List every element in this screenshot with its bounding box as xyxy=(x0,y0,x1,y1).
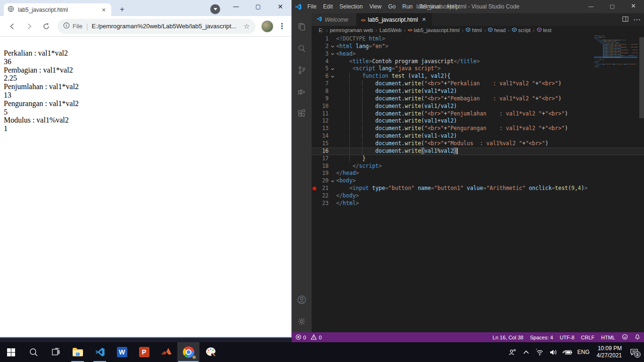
breakpoint-gutter[interactable] xyxy=(312,148,317,155)
code-line[interactable]: 18 </script> xyxy=(312,163,644,170)
tab-search-button[interactable] xyxy=(210,4,220,14)
fold-chevron-icon[interactable] xyxy=(329,163,336,170)
fold-chevron-icon[interactable] xyxy=(329,132,336,140)
fold-chevron-icon[interactable] xyxy=(329,140,336,148)
chrome-tab[interactable]: lab5_javascript.html ✕ xyxy=(4,3,111,16)
code-line[interactable]: 12 document.write(val1+val2) xyxy=(312,117,644,125)
back-icon[interactable] xyxy=(6,20,19,33)
breadcrumb-item[interactable]: E: xyxy=(319,27,323,33)
breakpoint-gutter[interactable] xyxy=(312,117,317,125)
warning-count[interactable]: 0 xyxy=(319,335,322,340)
notifications-bell-icon[interactable] xyxy=(635,334,640,341)
code-line[interactable]: 20<body> xyxy=(312,177,644,185)
word-button[interactable]: W xyxy=(111,342,133,362)
breakpoint-gutter[interactable] xyxy=(312,110,317,118)
volume-icon[interactable] xyxy=(548,349,559,356)
code-line[interactable]: 17 } xyxy=(312,155,644,163)
extensions-icon[interactable] xyxy=(292,103,312,124)
breakpoint-gutter[interactable] xyxy=(312,95,317,103)
fold-chevron-icon[interactable] xyxy=(329,103,336,110)
fold-chevron-icon[interactable] xyxy=(329,170,336,177)
more-actions-icon[interactable]: ⋯ xyxy=(633,15,641,24)
breakpoint-gutter[interactable] xyxy=(312,35,317,43)
reload-icon[interactable] xyxy=(40,20,53,33)
breakpoint-gutter[interactable] xyxy=(312,155,317,163)
bookmark-star-icon[interactable]: ☆ xyxy=(244,22,250,31)
status-indentation[interactable]: Spaces: 4 xyxy=(530,335,553,340)
tab-close-icon[interactable]: ✕ xyxy=(421,16,427,23)
breadcrumb-item[interactable]: test xyxy=(537,27,552,33)
clock[interactable]: 10:09 PM 4/27/2021 xyxy=(595,345,624,359)
code-line[interactable]: 23</html> xyxy=(312,200,644,207)
breakpoint-gutter[interactable] xyxy=(312,170,317,177)
code-line[interactable]: 9 document.write("<br>"+"Pembagian : val… xyxy=(312,95,644,103)
fold-chevron-icon[interactable] xyxy=(329,73,336,80)
fold-chevron-icon[interactable] xyxy=(329,192,336,200)
menu-help[interactable]: Help xyxy=(444,0,462,13)
breakpoint-gutter[interactable] xyxy=(312,73,317,80)
file-explorer-button[interactable] xyxy=(66,342,89,362)
breakpoint-gutter[interactable] xyxy=(312,65,317,73)
breakpoint-gutter[interactable] xyxy=(312,80,317,88)
chrome-close-button[interactable]: ✕ xyxy=(269,0,291,14)
breakpoint-gutter[interactable] xyxy=(312,177,317,185)
code-line[interactable]: 13 document.write("<br>"+"Pengurangan : … xyxy=(312,125,644,132)
address-bar[interactable]: File | E:/pemrograman%20web/Lab5Web/lab5… xyxy=(58,19,256,34)
breadcrumb-item[interactable]: <>lab5_javascript.html xyxy=(408,27,460,33)
minimap[interactable]: <!DOCTYPE html><html lang="en"><head> <t… xyxy=(594,35,637,68)
fold-chevron-icon[interactable] xyxy=(329,155,336,163)
code-line[interactable]: 10 document.write(val1/val2) xyxy=(312,103,644,110)
error-count[interactable]: 0 xyxy=(303,335,306,340)
chrome-minimize-button[interactable]: — xyxy=(225,0,247,14)
fold-chevron-icon[interactable] xyxy=(329,35,336,43)
errors-icon[interactable] xyxy=(296,334,301,341)
menu-run[interactable]: Run xyxy=(399,0,416,13)
menu-terminal[interactable]: Terminal xyxy=(416,0,444,13)
menu-view[interactable]: View xyxy=(366,0,385,13)
breakpoint-gutter[interactable] xyxy=(312,140,317,148)
url-text[interactable]: E:/pemrograman%20web/Lab5Web/lab5_javasc… xyxy=(92,23,241,30)
menu-edit[interactable]: Edit xyxy=(320,0,336,13)
split-editor-icon[interactable] xyxy=(622,16,628,24)
language-indicator[interactable]: ENG xyxy=(576,349,592,355)
breakpoint-gutter[interactable] xyxy=(312,88,317,95)
code-line[interactable]: 22</body> xyxy=(312,192,644,200)
breadcrumb-item[interactable]: script xyxy=(512,27,530,33)
breakpoint-gutter[interactable] xyxy=(312,103,317,110)
status-encoding[interactable]: UTF-8 xyxy=(560,335,574,340)
vscode-taskbar-button[interactable] xyxy=(89,342,111,362)
breakpoint-gutter[interactable] xyxy=(312,185,317,192)
matlab-button[interactable] xyxy=(155,342,177,362)
status-language-mode[interactable]: HTML xyxy=(601,335,615,340)
editor-tab[interactable]: <>lab5_javascript.html✕ xyxy=(356,13,433,26)
vscode-maximize-button[interactable]: ▢ xyxy=(602,0,623,13)
profile-avatar[interactable] xyxy=(261,20,273,33)
tab-close-icon[interactable]: ✕ xyxy=(100,6,107,14)
breakpoint-gutter[interactable] xyxy=(312,125,317,132)
breakpoint-gutter[interactable] xyxy=(312,132,317,140)
search-icon[interactable] xyxy=(292,38,312,59)
code-line[interactable]: 11 document.write("<br>"+"Penjumlahan : … xyxy=(312,110,644,118)
fold-chevron-icon[interactable] xyxy=(329,200,336,207)
breakpoint-gutter[interactable] xyxy=(312,200,317,207)
powerpoint-button[interactable]: P xyxy=(133,342,155,362)
menu-go[interactable]: Go xyxy=(385,0,399,13)
code-line[interactable]: 8 document.write(val1*val2) xyxy=(312,88,644,95)
battery-icon[interactable] xyxy=(562,349,572,355)
code-line[interactable]: 6 function test (val1, val2){ xyxy=(312,73,644,80)
info-icon[interactable] xyxy=(63,22,70,31)
run-debug-icon[interactable] xyxy=(292,81,312,103)
fold-chevron-icon[interactable] xyxy=(329,58,336,66)
paint3d-button[interactable] xyxy=(199,342,222,362)
breakpoint-gutter[interactable] xyxy=(312,192,317,200)
code-line[interactable]: 7 document.write("<br>"+"Perkalian : val… xyxy=(312,80,644,88)
menu-file[interactable]: File xyxy=(304,0,320,13)
code-line[interactable]: 14 document.write(val1-val2) xyxy=(312,132,644,140)
forward-icon[interactable] xyxy=(23,20,36,33)
breadcrumb-item[interactable]: Lab5Web xyxy=(380,27,402,33)
fold-chevron-icon[interactable] xyxy=(329,65,336,73)
code-line[interactable]: 15 document.write("<br>"+"Modulus : val1… xyxy=(312,140,644,148)
warnings-icon[interactable] xyxy=(311,334,317,341)
breakpoint-gutter[interactable] xyxy=(312,43,317,50)
vscode-minimize-button[interactable]: — xyxy=(580,0,602,13)
